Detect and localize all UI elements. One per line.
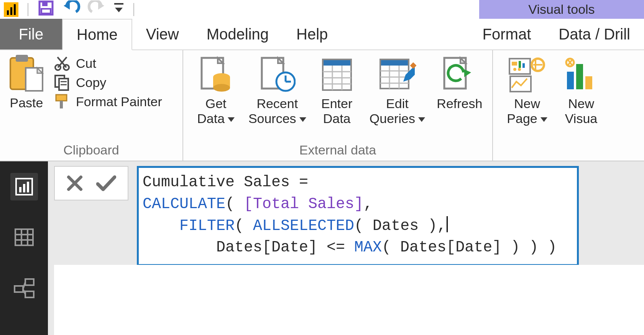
cut-button[interactable]: Cut	[54, 55, 162, 72]
ribbon-tabs: File Home View Modeling Help Format Data…	[0, 19, 644, 50]
tok-max: MAX	[354, 239, 382, 256]
format-painter-label: Format Painter	[76, 94, 162, 109]
refresh-button[interactable]: Refresh	[432, 53, 487, 126]
svg-rect-70	[15, 229, 33, 245]
svg-rect-8	[16, 55, 28, 62]
new-page-icon	[508, 56, 546, 93]
tab-home[interactable]: Home	[62, 19, 132, 50]
new-visual-button[interactable]: New Visua	[558, 53, 604, 126]
svg-point-25	[213, 84, 230, 92]
chevron-down-icon	[418, 117, 425, 122]
tok-total-sales: [Total Sales]	[244, 195, 363, 213]
enter-data-button[interactable]: Enter Data	[311, 53, 362, 126]
tab-modeling[interactable]: Modeling	[193, 19, 283, 49]
svg-rect-67	[19, 187, 21, 192]
tab-file[interactable]: File	[0, 19, 62, 49]
cancel-formula-icon[interactable]	[66, 175, 83, 192]
enter-data-icon	[320, 56, 354, 93]
qat-separator	[28, 3, 28, 16]
new-visual-icon	[564, 57, 598, 92]
svg-rect-31	[323, 59, 351, 66]
svg-marker-6	[115, 8, 123, 12]
svg-marker-49	[464, 69, 471, 77]
nav-data-view-icon[interactable]	[10, 223, 38, 251]
svg-rect-46	[410, 62, 416, 69]
left-nav	[0, 161, 48, 335]
svg-rect-61	[576, 64, 583, 89]
cut-label: Cut	[76, 56, 96, 71]
svg-rect-5	[114, 3, 123, 5]
svg-rect-77	[25, 291, 34, 297]
redo-icon[interactable]	[87, 0, 107, 18]
svg-rect-51	[512, 62, 517, 66]
recent-sources-button[interactable]: Recent Sources	[245, 53, 309, 126]
recent-sources-icon	[259, 56, 296, 94]
ribbon-group-external-data: Get Data Recent Sources	[183, 50, 493, 161]
svg-rect-2	[41, 9, 51, 13]
commit-formula-icon[interactable]	[96, 175, 116, 192]
ribbon-group-insert: New Page New Visua	[493, 50, 644, 161]
svg-line-79	[23, 289, 25, 294]
formula-bar-buttons	[54, 166, 128, 200]
tok-calculate: CALCULATE	[143, 195, 225, 213]
paste-label: Paste	[10, 95, 43, 110]
svg-point-55	[518, 68, 521, 71]
tab-view[interactable]: View	[132, 19, 193, 49]
refresh-icon	[441, 56, 478, 94]
svg-rect-19	[56, 95, 67, 101]
formula-bar[interactable]: Cumulative Sales = CALCULATE( [Total Sal…	[137, 166, 579, 266]
chevron-down-icon	[299, 117, 306, 122]
svg-rect-60	[567, 72, 574, 89]
qat-separator	[133, 3, 134, 16]
tok-allselected: ALLSELECTED	[253, 217, 354, 235]
quick-access-toolbar: Visual tools	[0, 0, 644, 19]
qat-customize-icon[interactable]	[113, 2, 124, 17]
copy-label: Copy	[76, 75, 106, 90]
visual-tools-label: Visual tools	[528, 2, 595, 17]
ribbon: Paste Cut	[0, 50, 644, 161]
tok-filter: FILTER	[179, 217, 235, 235]
svg-rect-69	[27, 182, 29, 192]
paste-button[interactable]: Paste	[5, 53, 48, 110]
save-icon[interactable]	[38, 0, 54, 19]
app-icon	[4, 2, 18, 17]
canvas-whitespace[interactable]	[54, 265, 644, 335]
nav-report-view-icon[interactable]	[10, 173, 38, 200]
svg-point-54	[513, 68, 516, 71]
workspace: Cumulative Sales = CALCULATE( [Total Sal…	[0, 161, 644, 335]
edit-queries-icon	[378, 56, 416, 93]
svg-rect-62	[585, 76, 592, 89]
ribbon-group-clipboard: Paste Cut	[0, 50, 183, 161]
text-caret	[447, 216, 448, 232]
copy-button[interactable]: Copy	[54, 74, 162, 91]
svg-rect-52	[519, 61, 521, 68]
external-data-group-label: External data	[189, 142, 487, 160]
svg-rect-68	[23, 184, 25, 192]
svg-line-78	[23, 282, 25, 289]
get-data-icon	[199, 56, 233, 94]
chevron-down-icon	[228, 117, 235, 122]
new-page-button[interactable]: New Page	[498, 53, 556, 126]
report-canvas: Cumulative Sales = CALCULATE( [Total Sal…	[48, 161, 644, 335]
svg-rect-75	[25, 279, 34, 285]
svg-rect-38	[380, 59, 409, 66]
clipboard-group-label: Clipboard	[5, 142, 177, 160]
nav-model-view-icon[interactable]	[10, 274, 38, 302]
svg-rect-76	[15, 286, 23, 292]
tab-data-drill[interactable]: Data / Drill	[545, 19, 644, 49]
svg-rect-53	[522, 63, 525, 68]
svg-rect-20	[60, 101, 63, 108]
copy-icon	[54, 74, 71, 91]
format-painter-icon	[54, 93, 71, 110]
formula-line1: Cumulative Sales =	[143, 174, 317, 191]
svg-rect-1	[42, 2, 48, 6]
tab-format[interactable]: Format	[469, 19, 545, 49]
svg-rect-56	[510, 76, 531, 92]
tab-help[interactable]: Help	[283, 19, 342, 49]
visual-tools-contextual-tab-header: Visual tools	[479, 0, 644, 19]
chevron-down-icon	[540, 117, 547, 122]
edit-queries-button[interactable]: Edit Queries	[365, 53, 430, 126]
get-data-button[interactable]: Get Data	[189, 53, 243, 126]
format-painter-button[interactable]: Format Painter	[54, 93, 162, 110]
undo-icon[interactable]	[61, 0, 80, 18]
